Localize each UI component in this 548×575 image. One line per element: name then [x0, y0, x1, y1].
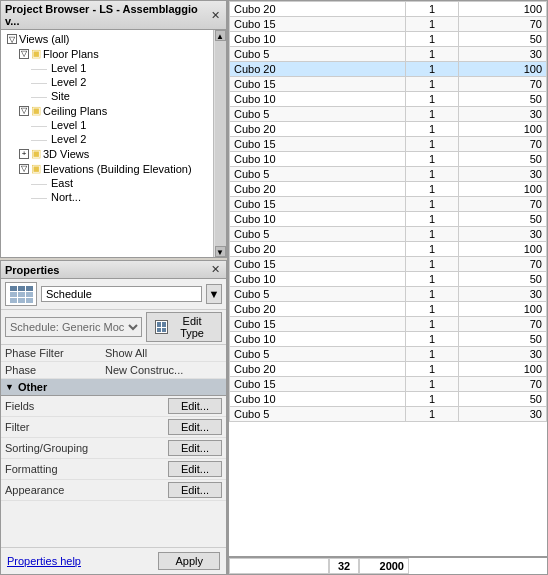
- table-row: Cubo 15 1 70: [230, 377, 547, 392]
- row-name: Cubo 10: [230, 332, 406, 347]
- row-count: 1: [406, 152, 459, 167]
- table-row: Cubo 15 1 70: [230, 257, 547, 272]
- row-count: 1: [406, 227, 459, 242]
- table-row: Cubo 10 1 50: [230, 152, 547, 167]
- row-name: Cubo 10: [230, 92, 406, 107]
- sidebar-item-ceiling-plans[interactable]: ▽ ▣ Ceiling Plans: [1, 103, 213, 118]
- project-browser-close[interactable]: ✕: [209, 9, 222, 22]
- sidebar-item-elevations[interactable]: ▽ ▣ Elevations (Building Elevation): [1, 161, 213, 176]
- schedule-footer-table: 32 2000: [229, 556, 547, 574]
- table-row: Cubo 5 1 30: [230, 47, 547, 62]
- table-row: Cubo 10 1 50: [230, 92, 547, 107]
- instance-selector[interactable]: Schedule: Generic Moc: [5, 317, 142, 337]
- formatting-edit-button[interactable]: Edit...: [168, 461, 222, 477]
- scroll-down-btn[interactable]: ▼: [215, 246, 226, 257]
- scroll-up-btn[interactable]: ▲: [215, 30, 226, 41]
- row-value: 70: [458, 137, 546, 152]
- properties-titlebar: Properties ✕: [1, 261, 226, 279]
- sidebar-item-floor-plans[interactable]: ▽ ▣ Floor Plans: [1, 46, 213, 61]
- fields-row: Fields Edit...: [1, 396, 226, 417]
- table-row: Cubo 20 1 100: [230, 122, 547, 137]
- row-value: 30: [458, 47, 546, 62]
- row-name: Cubo 15: [230, 377, 406, 392]
- row-name: Cubo 10: [230, 212, 406, 227]
- expand-icon: ▽: [19, 106, 29, 116]
- schedule-type-dropdown[interactable]: Schedule: [41, 286, 202, 302]
- footer-count: 32: [329, 558, 359, 574]
- table-row: Cubo 20 1 100: [230, 362, 547, 377]
- row-name: Cubo 20: [230, 182, 406, 197]
- table-row: Cubo 5 1 30: [230, 227, 547, 242]
- project-tree: ▽ Views (all) ▽ ▣ Floor Plans —— Level 1…: [1, 30, 213, 257]
- left-panel: Project Browser - LS - Assemblaggio v...…: [0, 0, 228, 575]
- row-count: 1: [406, 212, 459, 227]
- table-row: Cubo 5 1 30: [230, 407, 547, 422]
- schedule-type-arrow[interactable]: ▼: [206, 284, 222, 304]
- row-value: 30: [458, 407, 546, 422]
- table-row: Cubo 5 1 30: [230, 347, 547, 362]
- sidebar-item-level2[interactable]: —— Level 2: [1, 75, 213, 89]
- sidebar-item-views-all[interactable]: ▽ Views (all): [1, 32, 213, 46]
- expand-icon: +: [19, 149, 29, 159]
- formatting-row: Formatting Edit...: [1, 459, 226, 480]
- sidebar-item-east[interactable]: —— East: [1, 176, 213, 190]
- row-value: 30: [458, 107, 546, 122]
- fields-label: Fields: [1, 396, 101, 417]
- row-value: 100: [458, 122, 546, 137]
- phase-value[interactable]: New Construc...: [101, 362, 226, 379]
- tree-node-label: 3D Views: [43, 148, 89, 160]
- appearance-edit-button[interactable]: Edit...: [168, 482, 222, 498]
- phase-filter-value[interactable]: Show All: [101, 345, 226, 362]
- tree-node-label: Level 2: [51, 133, 86, 145]
- row-name: Cubo 10: [230, 32, 406, 47]
- row-name: Cubo 20: [230, 302, 406, 317]
- row-count: 1: [406, 47, 459, 62]
- row-name: Cubo 5: [230, 287, 406, 302]
- sidebar-item-ceiling-level1[interactable]: —— Level 1: [1, 118, 213, 132]
- row-value: 70: [458, 197, 546, 212]
- expand-icon: ▽: [19, 49, 29, 59]
- sorting-grouping-edit-button[interactable]: Edit...: [168, 440, 222, 456]
- folder-icon: ▣: [31, 104, 41, 117]
- sidebar-item-north[interactable]: —— Nort...: [1, 190, 213, 204]
- tree-scrollbar[interactable]: ▲ ▼: [213, 30, 226, 257]
- schedule-scroll[interactable]: Cubo 20 1 100 Cubo 15 1 70 Cubo 10 1 50 …: [229, 1, 547, 556]
- properties-close[interactable]: ✕: [209, 263, 222, 276]
- row-count: 1: [406, 332, 459, 347]
- row-value: 50: [458, 32, 546, 47]
- row-count: 1: [406, 197, 459, 212]
- row-count: 1: [406, 2, 459, 17]
- project-browser-titlebar: Project Browser - LS - Assemblaggio v...…: [1, 1, 226, 30]
- project-browser: Project Browser - LS - Assemblaggio v...…: [0, 0, 227, 258]
- sidebar-item-site[interactable]: —— Site: [1, 89, 213, 103]
- footer-name: [229, 558, 329, 574]
- properties-help-link[interactable]: Properties help: [7, 555, 81, 567]
- properties-panel: Properties ✕ Schedule ▼ Schedule: G: [0, 260, 227, 575]
- sidebar-item-3d-views[interactable]: + ▣ 3D Views: [1, 146, 213, 161]
- edit-type-button[interactable]: Edit Type: [146, 312, 222, 342]
- row-value: 50: [458, 92, 546, 107]
- row-value: 100: [458, 362, 546, 377]
- row-count: 1: [406, 77, 459, 92]
- other-section-header[interactable]: ▼ Other: [1, 379, 226, 396]
- fields-edit-button[interactable]: Edit...: [168, 398, 222, 414]
- row-value: 50: [458, 332, 546, 347]
- row-count: 1: [406, 362, 459, 377]
- row-value: 30: [458, 167, 546, 182]
- other-section-label: Other: [18, 381, 47, 393]
- apply-button[interactable]: Apply: [158, 552, 220, 570]
- row-name: Cubo 10: [230, 392, 406, 407]
- filter-edit-button[interactable]: Edit...: [168, 419, 222, 435]
- row-name: Cubo 20: [230, 2, 406, 17]
- tree-node-label: Views (all): [19, 33, 70, 45]
- dash-icon: ——: [31, 92, 47, 101]
- sidebar-item-ceiling-level2[interactable]: —— Level 2: [1, 132, 213, 146]
- dash-icon: ——: [31, 193, 47, 202]
- row-value: 100: [458, 62, 546, 77]
- sidebar-item-level1[interactable]: —— Level 1: [1, 61, 213, 75]
- row-value: 30: [458, 347, 546, 362]
- table-row: Cubo 20 1 100: [230, 302, 547, 317]
- table-row: Cubo 15 1 70: [230, 17, 547, 32]
- row-count: 1: [406, 137, 459, 152]
- sorting-grouping-row: Sorting/Grouping Edit...: [1, 438, 226, 459]
